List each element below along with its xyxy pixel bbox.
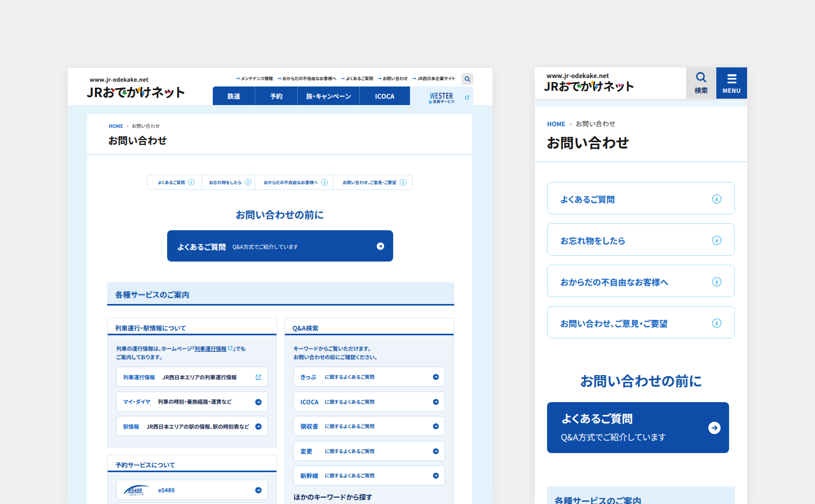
svg-text:JR西日本ネット予約: JR西日本ネット予約 bbox=[129, 493, 144, 496]
svg-text:e5489: e5489 bbox=[128, 486, 142, 494]
